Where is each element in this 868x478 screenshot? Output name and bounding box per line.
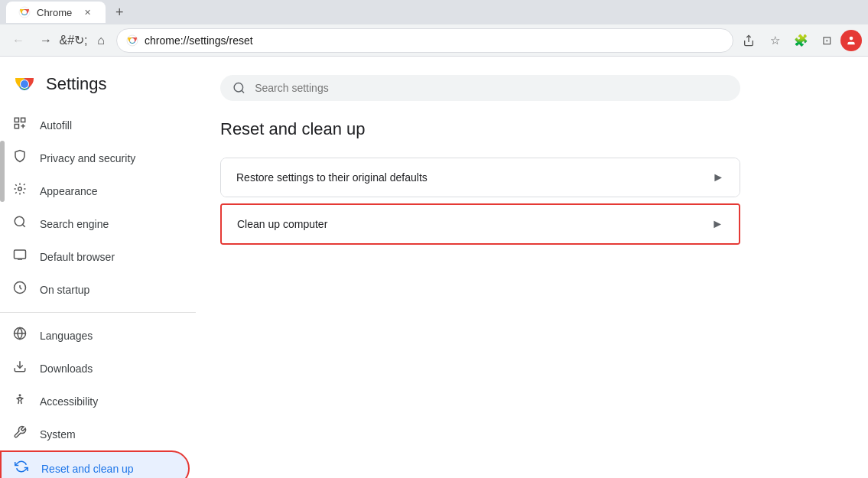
system-icon	[12, 425, 28, 443]
tab-favicon	[18, 6, 31, 18]
sidebar-item-autofill-label: Autofill	[40, 119, 72, 132]
reload-button[interactable]: &#↻;	[61, 28, 86, 53]
clean-up-computer-label: Clean up computer	[237, 218, 327, 230]
content-area: Settings Autofill Privacy and security	[0, 57, 868, 478]
sidebar-item-downloads-label: Downloads	[40, 363, 93, 375]
svg-point-15	[18, 187, 22, 191]
svg-point-24	[234, 83, 242, 92]
sidebar-item-reset-label: Reset and clean up	[41, 463, 134, 475]
new-tab-button[interactable]: +	[109, 2, 130, 23]
svg-point-2	[22, 10, 27, 15]
sidebar-scrollbar-thumb[interactable]	[0, 141, 5, 202]
sidebar-item-reset[interactable]: Reset and clean up	[0, 450, 190, 478]
clean-up-computer-chevron: ►	[711, 217, 723, 231]
settings-container: Restore settings to their original defau…	[220, 158, 740, 245]
restore-defaults-chevron: ►	[712, 171, 724, 184]
svg-rect-14	[15, 125, 18, 128]
tab-close-button[interactable]: ✕	[81, 6, 93, 18]
toolbar-actions: ☆ 🧩 ⊡	[736, 28, 862, 53]
accessibility-icon	[12, 392, 28, 410]
page-title: Reset and clean up	[220, 119, 844, 139]
clean-up-computer-card: Clean up computer ►	[220, 203, 740, 245]
sidebar-item-appearance-label: Appearance	[40, 185, 98, 197]
search-input[interactable]	[255, 82, 728, 94]
sidebar-item-accessibility[interactable]: Accessibility	[0, 385, 190, 418]
autofill-icon	[12, 116, 28, 134]
address-url: chrome://settings/reset	[145, 34, 723, 47]
sidebar-item-on-startup[interactable]: On startup	[0, 273, 190, 306]
search-bar[interactable]	[220, 75, 740, 101]
address-bar[interactable]: chrome://settings/reset	[116, 28, 733, 53]
sidebar-item-accessibility-label: Accessibility	[40, 395, 98, 408]
languages-icon	[12, 327, 28, 344]
sidebar-item-system[interactable]: System	[0, 418, 190, 450]
settings-title: Settings	[46, 74, 107, 94]
toolbar: ← → &#↻; ⌂ chrome://settings/reset	[0, 24, 868, 57]
sidebar-header: Settings	[0, 63, 196, 109]
sidebar-item-autofill[interactable]: Autofill	[0, 109, 190, 141]
extensions-button[interactable]: 🧩	[788, 28, 813, 53]
svg-point-11	[21, 80, 28, 88]
sidebar-item-languages[interactable]: Languages	[0, 319, 190, 352]
svg-rect-13	[21, 118, 25, 122]
browser-tab[interactable]: Chrome ✕	[6, 2, 106, 23]
privacy-icon	[12, 149, 28, 167]
downloads-icon	[12, 359, 28, 377]
sidebar-wrapper: Settings Autofill Privacy and security	[0, 57, 196, 478]
reset-icon	[14, 460, 29, 477]
restore-defaults-row[interactable]: Restore settings to their original defau…	[221, 158, 740, 197]
search-icon	[232, 81, 245, 95]
chrome-logo-icon	[12, 72, 37, 96]
sidebar-item-languages-label: Languages	[40, 330, 93, 342]
bookmark-button[interactable]: ☆	[762, 28, 787, 53]
sidebar-item-search-engine[interactable]: Search engine	[0, 207, 190, 240]
sidebar-item-default-browser-label: Default browser	[40, 251, 115, 263]
sidebar-item-search-engine-label: Search engine	[40, 218, 109, 230]
back-button[interactable]: ←	[6, 28, 31, 53]
title-bar: Chrome ✕ +	[0, 0, 868, 24]
svg-point-16	[15, 216, 24, 226]
sidebar-item-on-startup-label: On startup	[40, 284, 89, 296]
window-button[interactable]: ⊡	[814, 28, 839, 53]
svg-rect-12	[15, 118, 18, 122]
svg-line-20	[20, 288, 21, 289]
address-favicon	[126, 34, 138, 47]
sidebar: Settings Autofill Privacy and security	[0, 57, 196, 478]
clean-up-computer-row[interactable]: Clean up computer ►	[222, 205, 739, 243]
sidebar-item-appearance[interactable]: Appearance	[0, 174, 190, 207]
home-button[interactable]: ⌂	[89, 28, 113, 53]
search-engine-icon	[12, 215, 28, 232]
sidebar-item-privacy-label: Privacy and security	[40, 152, 135, 164]
on-startup-icon	[12, 281, 28, 298]
search-area	[220, 75, 844, 101]
restore-defaults-card: Restore settings to their original defau…	[220, 158, 740, 197]
svg-rect-17	[15, 250, 26, 259]
sidebar-item-default-browser[interactable]: Default browser	[0, 240, 190, 273]
profile-button[interactable]	[840, 30, 862, 51]
restore-defaults-label: Restore settings to their original defau…	[236, 171, 427, 184]
sidebar-item-downloads[interactable]: Downloads	[0, 352, 190, 385]
appearance-icon	[12, 182, 28, 200]
svg-point-23	[19, 395, 21, 396]
browser-frame: Chrome ✕ + ← → &#↻; ⌂ chrome://settings/…	[0, 0, 868, 478]
sidebar-item-privacy[interactable]: Privacy and security	[0, 141, 190, 174]
tab-title: Chrome	[37, 7, 72, 18]
share-button[interactable]	[736, 28, 761, 53]
main-content: Reset and clean up Restore settings to t…	[196, 57, 868, 478]
default-browser-icon	[12, 248, 28, 265]
svg-point-7	[850, 36, 853, 40]
svg-point-5	[130, 38, 135, 43]
sidebar-item-system-label: System	[40, 428, 76, 441]
forward-button[interactable]: →	[34, 28, 58, 53]
sidebar-divider-1	[0, 312, 196, 313]
